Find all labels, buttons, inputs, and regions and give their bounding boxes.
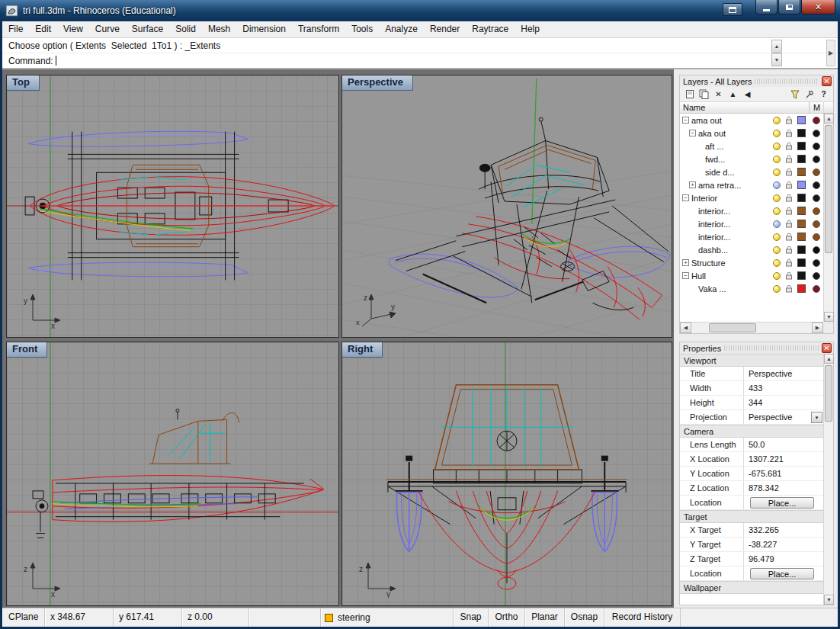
- menu-item-analyze[interactable]: Analyze: [379, 21, 424, 37]
- bulb-icon[interactable]: [773, 168, 781, 176]
- lock-icon[interactable]: [785, 258, 793, 267]
- layer-row[interactable]: Vaka ...: [680, 282, 823, 295]
- place-button[interactable]: Place...: [750, 568, 814, 579]
- layer-color-swatch[interactable]: [797, 220, 806, 228]
- lock-icon[interactable]: [785, 284, 793, 293]
- property-value[interactable]: 332.265: [744, 523, 823, 537]
- viewport-perspective[interactable]: Perspective: [341, 75, 672, 338]
- menu-item-tools[interactable]: Tools: [345, 21, 379, 37]
- scroll-left-icon[interactable]: ◀: [680, 323, 691, 333]
- layer-color-swatch[interactable]: [797, 258, 806, 267]
- lock-icon[interactable]: [785, 168, 793, 176]
- lock-icon[interactable]: [785, 207, 793, 215]
- layer-row[interactable]: −ama out: [680, 114, 823, 127]
- status-toggle-osnap[interactable]: Osnap: [565, 608, 604, 627]
- filter-icon[interactable]: [787, 88, 802, 101]
- bulb-icon[interactable]: [773, 233, 781, 241]
- property-value[interactable]: 50.0: [744, 438, 823, 451]
- layer-row[interactable]: interior...: [680, 230, 823, 243]
- layer-color-swatch[interactable]: [797, 194, 806, 202]
- bulb-icon[interactable]: [773, 220, 781, 228]
- material-swatch[interactable]: [813, 130, 820, 137]
- material-swatch[interactable]: [813, 233, 820, 241]
- layers-horizontal-scrollbar[interactable]: ◀ ▶: [680, 322, 823, 333]
- layer-row[interactable]: fwd...: [680, 152, 823, 165]
- command-panel-expander[interactable]: ▶: [826, 40, 835, 66]
- close-icon[interactable]: ✕: [822, 343, 832, 353]
- lock-icon[interactable]: [785, 155, 793, 163]
- menu-item-help[interactable]: Help: [515, 21, 546, 37]
- scrollbar-thumb[interactable]: [825, 125, 832, 253]
- menu-item-edit[interactable]: Edit: [29, 21, 57, 37]
- material-swatch[interactable]: [813, 272, 820, 280]
- bulb-icon[interactable]: [773, 156, 781, 163]
- scrollbar-thumb[interactable]: [709, 323, 756, 332]
- material-swatch[interactable]: [813, 246, 820, 254]
- viewport-perspective-tab[interactable]: Perspective: [342, 75, 413, 91]
- layer-row[interactable]: interior...: [680, 217, 823, 230]
- material-swatch[interactable]: [813, 207, 820, 215]
- lock-icon[interactable]: [785, 271, 793, 280]
- property-section-target[interactable]: Target: [680, 510, 823, 523]
- layer-color-swatch[interactable]: [797, 233, 806, 241]
- layer-row[interactable]: +Structure: [680, 256, 823, 269]
- mdi-window-button[interactable]: [723, 3, 742, 16]
- viewport-top[interactable]: Top: [6, 75, 339, 338]
- collapse-icon[interactable]: −: [682, 194, 689, 201]
- lock-icon[interactable]: [785, 194, 793, 202]
- collapse-icon[interactable]: −: [682, 117, 689, 124]
- status-toggle-ortho[interactable]: Ortho: [489, 608, 525, 627]
- status-toggle-snap[interactable]: Snap: [454, 608, 489, 627]
- property-section-camera[interactable]: Camera: [680, 425, 823, 438]
- material-swatch[interactable]: [813, 181, 820, 189]
- scrollbar-thumb[interactable]: [825, 365, 832, 422]
- material-swatch[interactable]: [813, 117, 820, 124]
- viewport-front[interactable]: Front: [6, 342, 339, 606]
- property-value[interactable]: 1307.221: [744, 452, 823, 466]
- new-sublayer-icon[interactable]: [697, 88, 711, 101]
- panel-grip[interactable]: [724, 345, 819, 351]
- scroll-right-icon[interactable]: ▶: [812, 323, 823, 333]
- layer-row[interactable]: interior...: [680, 204, 823, 217]
- menu-item-transform[interactable]: Transform: [292, 21, 345, 37]
- property-value[interactable]: 433: [744, 381, 823, 395]
- lock-icon[interactable]: [785, 129, 793, 137]
- lock-icon[interactable]: [785, 246, 793, 254]
- material-swatch[interactable]: [813, 156, 820, 163]
- bulb-icon[interactable]: [773, 259, 781, 267]
- expand-icon[interactable]: +: [682, 259, 689, 266]
- scroll-up-icon[interactable]: ▲: [824, 114, 834, 124]
- menu-item-solid[interactable]: Solid: [169, 21, 202, 37]
- property-value[interactable]: 878.342: [744, 481, 823, 495]
- bulb-icon[interactable]: [773, 246, 781, 254]
- layers-vertical-scrollbar[interactable]: ▲ ▼: [823, 114, 833, 322]
- delete-layer-icon[interactable]: ✕: [711, 88, 726, 101]
- expand-icon[interactable]: +: [689, 181, 696, 188]
- layer-color-swatch[interactable]: [797, 142, 806, 150]
- scroll-down-icon[interactable]: ▼: [824, 312, 834, 322]
- dropdown-arrow-icon[interactable]: ▼: [811, 412, 822, 423]
- material-swatch[interactable]: [813, 168, 820, 176]
- layer-color-swatch[interactable]: [797, 271, 806, 280]
- layer-row[interactable]: aft ...: [680, 140, 823, 152]
- status-toggle-planar[interactable]: Planar: [525, 608, 565, 627]
- lock-icon[interactable]: [785, 233, 793, 241]
- menu-item-dimension[interactable]: Dimension: [236, 21, 292, 37]
- column-material[interactable]: M: [810, 102, 823, 113]
- command-area[interactable]: Choose option ( Extents Selected 1To1 ) …: [2, 38, 838, 69]
- lock-icon[interactable]: [785, 116, 793, 124]
- bulb-icon[interactable]: [773, 181, 781, 189]
- material-swatch[interactable]: [813, 194, 820, 202]
- scroll-up-icon[interactable]: ▲: [824, 354, 834, 364]
- maximize-button[interactable]: [778, 0, 800, 14]
- tools-icon[interactable]: [802, 88, 816, 101]
- bulb-icon[interactable]: [773, 143, 781, 150]
- menu-item-view[interactable]: View: [57, 21, 89, 37]
- properties-vertical-scrollbar[interactable]: ▲ ▼: [823, 354, 833, 605]
- bulb-icon[interactable]: [773, 117, 781, 124]
- scroll-down-icon[interactable]: ▼: [824, 595, 834, 605]
- layer-color-swatch[interactable]: [797, 181, 806, 189]
- bulb-icon[interactable]: [773, 130, 781, 137]
- property-section-viewport[interactable]: Viewport: [680, 354, 823, 367]
- place-button[interactable]: Place...: [750, 497, 814, 509]
